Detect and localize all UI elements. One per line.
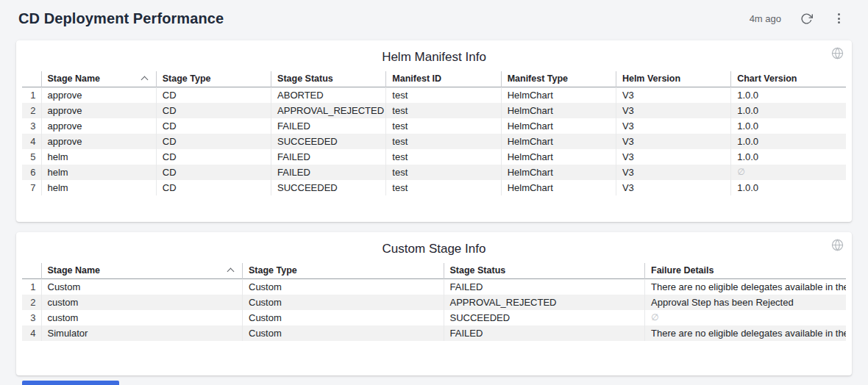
cell: test [386,87,501,103]
cell: test [386,180,501,195]
cell: V3 [616,87,730,103]
table-row[interactable]: 2approveCDAPPROVAL_REJECTEDtestHelmChart… [22,103,846,118]
cell: 1.0.0 [731,118,846,134]
column-header-label: Manifest Type [508,73,568,84]
cell: V3 [616,180,730,195]
cell: HelmChart [501,87,616,103]
column-header-label: Stage Type [163,73,211,84]
panel-title: Custom Stage Info [16,232,852,257]
cell: APPROVAL_REJECTED [444,295,645,310]
chevron-up-icon [227,268,235,276]
refresh-button[interactable] [799,11,814,26]
cell: approve [41,103,156,118]
cell: Custom [243,278,444,295]
globe-icon[interactable] [831,47,844,62]
row-number: 4 [22,134,41,149]
cell: CD [156,118,271,134]
cell: custom [41,295,243,310]
cell: CD [156,149,271,165]
cell: CD [156,134,271,149]
cell: FAILED [271,165,386,180]
helm-manifest-table: Stage NameStage TypeStage StatusManifest… [22,71,846,195]
table-row[interactable]: 4SimulatorCustomFAILEDThere are no eligi… [22,325,846,341]
table-row[interactable]: 1CustomCustomFAILEDThere are no eligible… [22,278,846,295]
cell: FAILED [271,149,386,165]
row-number: 2 [22,103,41,118]
cell: test [386,134,501,149]
column-header-stage-type[interactable]: Stage Type [243,263,444,278]
cell: 1.0.0 [731,134,846,149]
cell: HelmChart [501,180,616,195]
cell: V3 [616,134,730,149]
column-header-label: Chart Version [737,73,797,84]
cell: ∅ [645,310,847,325]
cell: V3 [616,165,730,180]
kebab-menu-icon [838,13,840,24]
table-row[interactable]: 2customCustomAPPROVAL_REJECTEDApproval S… [22,295,846,310]
column-header-label: Stage Name [48,265,101,276]
table-container: Stage NameStage TypeStage StatusManifest… [16,65,852,195]
cell: Custom [243,310,444,325]
table-row[interactable]: 7helmCDSUCCEEDEDtestHelmChartV31.0.0 [22,180,846,195]
table-row[interactable]: 6helmCDFAILEDtestHelmChartV3∅ [22,165,846,180]
table-row[interactable]: 3customCustomSUCCEEDED∅ [22,310,846,325]
cell: V3 [616,103,730,118]
column-header-label: Helm Version [622,73,680,84]
partial-panel-edge [22,381,119,385]
column-header-stage-name[interactable]: Stage Name [41,263,243,278]
cell: test [386,165,501,180]
globe-icon[interactable] [831,239,844,254]
table-row[interactable]: 4approveCDSUCCEEDEDtestHelmChartV31.0.0 [22,134,846,149]
column-header-chart-version[interactable]: Chart Version [731,71,846,87]
cell: SUCCEEDED [271,134,386,149]
cell: 1.0.0 [731,87,846,103]
cell: helm [41,165,156,180]
panel-menu-button[interactable] [831,11,846,26]
column-header-manifest-id[interactable]: Manifest ID [386,71,501,87]
cell: FAILED [271,118,386,134]
cell: V3 [616,149,730,165]
column-header-label: Failure Details [651,265,714,276]
cell: test [386,149,501,165]
column-header-helm-version[interactable]: Helm Version [616,71,730,87]
table-row[interactable]: 5helmCDFAILEDtestHelmChartV31.0.0 [22,149,846,165]
column-header-manifest-type[interactable]: Manifest Type [501,71,616,87]
header-row: Stage NameStage TypeStage StatusFailure … [22,263,846,278]
column-header-label: Stage Name [48,73,101,84]
page-header: CD Deployment Performance 4m ago [0,0,868,37]
cell: approve [41,134,156,149]
panel-title: Helm Manifest Info [16,40,852,65]
cell: CD [156,87,271,103]
cell: FAILED [444,278,645,295]
column-header-stage-name[interactable]: Stage Name [41,71,156,87]
column-header-stage-status[interactable]: Stage Status [271,71,386,87]
row-number: 4 [22,325,41,341]
column-header-label: Stage Status [277,73,333,84]
cell: ∅ [731,165,846,180]
column-header-stage-status[interactable]: Stage Status [444,263,645,278]
cell: HelmChart [501,165,616,180]
row-number: 2 [22,295,41,310]
table-row[interactable]: 1approveCDABORTEDtestHelmChartV31.0.0 [22,87,846,103]
column-header-label: Stage Status [450,265,506,276]
last-updated-label: 4m ago [750,13,781,24]
column-header-label: Stage Type [249,265,297,276]
cell: APPROVAL_REJECTED [271,103,386,118]
cell: HelmChart [501,134,616,149]
row-number: 1 [22,87,41,103]
cell: There are no eligible delegates availabl… [645,325,847,341]
column-header-stage-type[interactable]: Stage Type [156,71,271,87]
table-row[interactable]: 3approveCDFAILEDtestHelmChartV31.0.0 [22,118,846,134]
column-header-failure-details[interactable]: Failure Details [645,263,847,278]
cell: Approval Step has been Rejected [645,295,847,310]
cell: 1.0.0 [731,180,846,195]
panel-helm-manifest-info: Helm Manifest Info Stage NameStage TypeS… [16,40,852,222]
cell: FAILED [444,325,645,341]
cell: helm [41,149,156,165]
column-header-label: Manifest ID [392,73,441,84]
page-title: CD Deployment Performance [18,10,224,27]
cell: helm [41,180,156,195]
cell: Custom [243,325,444,341]
cell: CD [156,103,271,118]
cell: HelmChart [501,149,616,165]
